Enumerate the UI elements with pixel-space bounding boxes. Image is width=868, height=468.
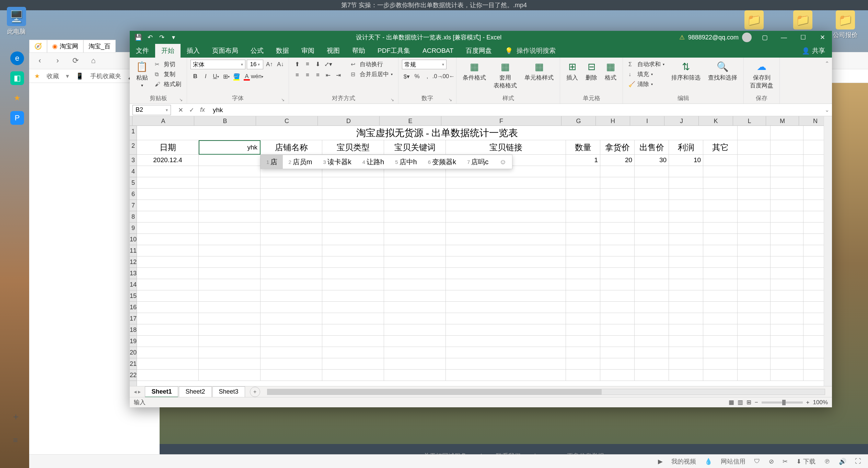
desktop-icon[interactable]: 📁 公司报价 bbox=[833, 10, 858, 39]
cell[interactable] bbox=[600, 336, 635, 347]
cell[interactable] bbox=[738, 256, 771, 267]
cell[interactable] bbox=[771, 324, 803, 335]
cell[interactable] bbox=[738, 177, 771, 188]
cell[interactable] bbox=[261, 290, 322, 301]
cell[interactable] bbox=[703, 256, 738, 267]
cell[interactable] bbox=[703, 358, 738, 369]
cell[interactable] bbox=[771, 166, 803, 177]
cell[interactable] bbox=[261, 211, 322, 222]
cell[interactable] bbox=[566, 177, 600, 188]
row-header[interactable]: 3 bbox=[130, 155, 137, 166]
cell[interactable] bbox=[446, 256, 566, 267]
cell[interactable] bbox=[137, 245, 199, 256]
align-center-icon[interactable]: ≡ bbox=[303, 71, 312, 80]
sheet-tab[interactable]: Sheet1 bbox=[145, 386, 178, 397]
add-tab-icon[interactable]: + bbox=[13, 411, 19, 422]
cell[interactable] bbox=[771, 268, 803, 279]
tab-file[interactable]: 文件 bbox=[130, 44, 155, 58]
align-right-icon[interactable]: ≡ bbox=[313, 71, 323, 80]
ime-candidate[interactable]: 1店 bbox=[261, 155, 283, 169]
cell[interactable] bbox=[738, 358, 771, 369]
cell[interactable] bbox=[322, 279, 384, 290]
cell[interactable] bbox=[566, 234, 600, 245]
cell[interactable] bbox=[738, 126, 771, 140]
column-header[interactable]: A bbox=[132, 116, 194, 125]
cell[interactable] bbox=[635, 200, 669, 211]
cell[interactable] bbox=[137, 200, 199, 211]
cell[interactable] bbox=[566, 358, 600, 369]
conditional-formatting-button[interactable]: ▦条件格式 bbox=[460, 60, 489, 83]
cell[interactable] bbox=[199, 324, 261, 335]
cell[interactable] bbox=[199, 155, 261, 166]
column-header[interactable]: I bbox=[630, 116, 664, 125]
formula-input[interactable]: yhk bbox=[209, 106, 822, 114]
block-icon[interactable]: ⊘ bbox=[769, 458, 774, 465]
cell[interactable] bbox=[384, 268, 446, 279]
sidebar-app-icon[interactable]: P bbox=[10, 111, 24, 125]
cell[interactable] bbox=[738, 245, 771, 256]
cell[interactable] bbox=[446, 370, 566, 381]
cell[interactable] bbox=[261, 177, 322, 188]
cell[interactable] bbox=[566, 279, 600, 290]
cell[interactable] bbox=[669, 279, 703, 290]
cell[interactable] bbox=[446, 290, 566, 301]
cell[interactable] bbox=[446, 211, 566, 222]
cell[interactable] bbox=[703, 155, 738, 166]
save-to-baidu-button[interactable]: ☁保存到 百度网盘 bbox=[747, 60, 776, 91]
cell[interactable] bbox=[446, 200, 566, 211]
cell[interactable] bbox=[137, 211, 199, 222]
cell[interactable] bbox=[738, 302, 771, 313]
cell[interactable] bbox=[600, 370, 635, 381]
cell[interactable]: 拿货价 bbox=[600, 140, 635, 154]
column-header[interactable]: H bbox=[596, 116, 630, 125]
row-header[interactable]: 10 bbox=[130, 234, 137, 245]
find-select-button[interactable]: 🔍查找和选择 bbox=[705, 60, 740, 83]
cell[interactable] bbox=[446, 223, 566, 233]
tab-insert[interactable]: 插入 bbox=[181, 44, 206, 58]
wrap-text-button[interactable]: ↩自动换行 bbox=[349, 60, 395, 69]
ime-candidate-bar[interactable]: 1店2店员m3读卡器k4让路h5店中h6变频器k7店吗c☺ bbox=[261, 155, 512, 169]
cell[interactable] bbox=[322, 245, 384, 256]
row-header[interactable]: 7 bbox=[130, 200, 137, 211]
column-header[interactable]: F bbox=[441, 116, 562, 125]
zoom-in-icon[interactable]: + bbox=[806, 399, 810, 406]
row-header[interactable]: 5 bbox=[130, 177, 137, 189]
column-header[interactable]: K bbox=[699, 116, 733, 125]
cell[interactable] bbox=[322, 302, 384, 313]
cell[interactable] bbox=[703, 370, 738, 381]
collapse-ribbon-icon[interactable]: ⌃ bbox=[822, 58, 832, 104]
cell[interactable] bbox=[199, 223, 261, 233]
zoom-slider[interactable] bbox=[762, 401, 803, 404]
cell[interactable] bbox=[384, 211, 446, 222]
cell[interactable] bbox=[669, 302, 703, 313]
cell[interactable] bbox=[703, 245, 738, 256]
row-header[interactable]: 15 bbox=[130, 290, 137, 302]
cell[interactable] bbox=[261, 268, 322, 279]
cell[interactable]: 20 bbox=[600, 155, 635, 166]
cell[interactable] bbox=[600, 177, 635, 188]
cell[interactable] bbox=[600, 302, 635, 313]
bookmark-label[interactable]: 收藏 bbox=[47, 72, 59, 80]
zoom-out-icon[interactable]: − bbox=[755, 399, 758, 406]
cell[interactable] bbox=[261, 189, 322, 200]
cell[interactable] bbox=[635, 223, 669, 233]
cell[interactable] bbox=[738, 290, 771, 301]
cell[interactable] bbox=[261, 313, 322, 324]
currency-icon[interactable]: $▾ bbox=[402, 72, 412, 81]
cell[interactable] bbox=[199, 211, 261, 222]
orientation-icon[interactable]: ⤢▾ bbox=[323, 60, 333, 69]
cell[interactable] bbox=[669, 336, 703, 347]
cell[interactable] bbox=[703, 234, 738, 245]
edge-icon[interactable]: e bbox=[10, 51, 24, 65]
cell[interactable] bbox=[635, 302, 669, 313]
cell[interactable] bbox=[137, 336, 199, 347]
cell[interactable]: 日期 bbox=[137, 140, 199, 154]
cell[interactable] bbox=[635, 370, 669, 381]
cell[interactable] bbox=[771, 245, 803, 256]
cell[interactable] bbox=[669, 256, 703, 267]
cancel-edit-icon[interactable]: ✕ bbox=[176, 105, 185, 115]
cell[interactable] bbox=[635, 245, 669, 256]
column-header[interactable]: C bbox=[256, 116, 318, 125]
cell[interactable] bbox=[446, 189, 566, 200]
cell[interactable] bbox=[669, 200, 703, 211]
